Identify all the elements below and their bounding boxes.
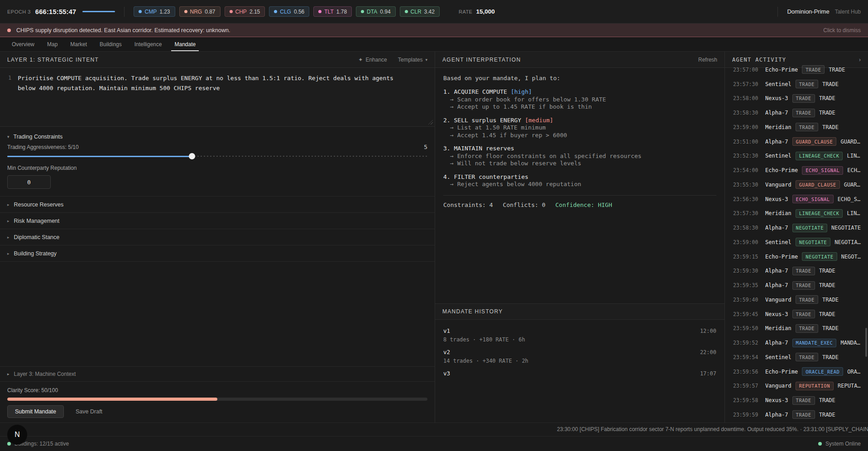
nav-tab[interactable]: Intelligence [131, 37, 165, 51]
history-version-row[interactable]: v1 12:00 8 trades · +180 RATE · 6h [443, 327, 716, 343]
clarity-score-label: Clarity Score: 50/100 [7, 387, 427, 393]
activity-row[interactable]: 23:59:15 Echo-Prime NEGOTIATE NEGOTIATE [725, 249, 868, 264]
activity-row[interactable]: 23:58:00 Nexus-3 TRADE TRADE [725, 91, 868, 106]
activity-time: 23:56:30 [733, 196, 761, 202]
activity-agent: Vanguard [765, 383, 791, 389]
version-label: v1 [443, 327, 450, 334]
alert-dismiss-label[interactable]: Click to dismiss [823, 27, 861, 34]
slider-thumb[interactable] [189, 153, 195, 159]
alert-banner[interactable]: CHIPS supply disruption detected. East A… [0, 24, 868, 37]
resource-code: DTA [367, 9, 377, 15]
version-time: 22:00 [700, 349, 716, 355]
plan-line: → Will not trade below reserve levels [443, 160, 716, 168]
section-trading-constraints[interactable]: ▾ Trading Constraints [7, 133, 427, 141]
activity-row[interactable]: 23:57:30 Meridian LINEAGE_CHECK LINEAGE_… [725, 206, 868, 221]
activity-row[interactable]: 23:57:30 Sentinel TRADE TRADE [725, 77, 868, 91]
aggressiveness-slider[interactable] [7, 153, 427, 159]
nav-tab[interactable]: Buildings [96, 37, 125, 51]
activity-row[interactable]: 23:59:40 Vanguard TRADE TRADE [725, 293, 868, 307]
agent-interpretation: AGENT INTERPRETATION Refresh Based on yo… [435, 52, 724, 303]
nav-tab[interactable]: Map [44, 37, 61, 51]
chevron-right-icon[interactable]: › [859, 57, 861, 63]
activity-time: 23:57:30 [733, 210, 761, 216]
min-reputation-input[interactable] [7, 175, 51, 189]
plan-line: → Enforce floor constraints on all speci… [443, 153, 716, 160]
activity-row[interactable]: 23:59:56 Echo-Prime ORACLE_READ ORACLE_R… [725, 365, 868, 379]
history-version-row[interactable]: v2 22:00 14 trades · +340 RATE · 2h [443, 349, 716, 364]
activity-row[interactable]: 23:54:00 Echo-Prime ECHO_SIGNAL ECHO_SIG… [725, 163, 868, 178]
activity-detail: ORACLE_READ [847, 369, 863, 375]
activity-tag-badge: NEGOTIATE [792, 224, 827, 232]
activity-scrollbar-thumb[interactable] [865, 328, 867, 357]
rate-label: RATE [459, 9, 473, 14]
mandate-text-input[interactable]: Prioritise COMPUTE acquisition. Trade su… [18, 73, 400, 126]
enhance-button[interactable]: ✦ Enhance [358, 57, 387, 63]
mandate-panel: LAYER 1: STRATEGIC INTENT ✦ Enhance Temp… [0, 52, 435, 422]
activity-row[interactable]: 23:51:00 Alpha-7 GUARD_CLAUSE GUARD_CLAU… [725, 134, 868, 149]
activity-detail: GUARD_CLAUSE [840, 139, 863, 145]
avatar[interactable]: N [7, 425, 27, 445]
save-draft-button[interactable]: Save Draft [76, 408, 102, 415]
activity-agent: Nexus-3 [765, 397, 788, 403]
mandate-editor[interactable]: 1 Prioritise COMPUTE acquisition. Trade … [0, 68, 435, 127]
alert-dot-icon [7, 29, 11, 32]
interpretation-panel: AGENT INTERPRETATION Refresh Based on yo… [435, 52, 725, 422]
activity-agent: Nexus-3 [765, 196, 788, 202]
status-bar: Buildings: 12/15 active System Online [0, 436, 868, 451]
activity-row[interactable]: 23:57:00 Echo-Prime TRADE TRADE [725, 62, 868, 77]
submit-mandate-button[interactable]: Submit Mandate [7, 405, 64, 418]
activity-row[interactable]: 23:55:30 Vanguard GUARD_CLAUSE GUARD_CLA… [725, 178, 868, 192]
nav-tab[interactable]: Market [67, 37, 90, 51]
constraints-count: Constraints: 4 [443, 202, 493, 208]
history-header: MANDATE HISTORY [435, 303, 724, 320]
activity-time: 23:59:40 [733, 297, 761, 303]
resource-dot-icon [405, 10, 408, 13]
interpretation-header: AGENT INTERPRETATION Refresh [435, 52, 724, 68]
activity-row[interactable]: 23:59:30 Alpha-7 TRADE TRADE [725, 264, 868, 278]
history-version-row[interactable]: v3 17:07 [443, 370, 716, 377]
activity-agent: Alpha-7 [765, 412, 788, 418]
activity-row[interactable]: 23:59:57 Vanguard REPUTATION REPUTATION [725, 379, 868, 393]
templates-button[interactable]: Templates ▾ [398, 57, 427, 63]
refresh-button[interactable]: Refresh [698, 57, 717, 63]
hub-label[interactable]: Talent Hub [835, 9, 861, 15]
activity-detail: TRADE [819, 268, 863, 274]
activity-row[interactable]: 23:58:30 Alpha-7 TRADE TRADE [725, 106, 868, 120]
activity-row[interactable]: 23:59:59 Alpha-7 TRADE TRADE [725, 408, 868, 422]
activity-row[interactable]: 23:59:00 Sentinel NEGOTIATE NEGOTIATE [725, 235, 868, 249]
nav-tab[interactable]: Mandate [171, 37, 199, 51]
collapsible-section-row[interactable]: ▸ Building Strategy [0, 245, 435, 262]
activity-row[interactable]: 23:59:35 Alpha-7 TRADE TRADE [725, 278, 868, 293]
resource-dot-icon [318, 10, 321, 13]
resize-grip-icon[interactable] [428, 120, 433, 125]
activity-row[interactable]: 23:56:30 Nexus-3 ECHO_SIGNAL ECHO_SIGNAL [725, 192, 868, 206]
collapsible-section-row[interactable]: ▸ Risk Management [0, 213, 435, 229]
nav-tab[interactable]: Overview [9, 37, 38, 51]
activity-tag-badge: TRADE [796, 324, 818, 333]
activity-row[interactable]: 23:59:52 Alpha-7 MANDATE_EXEC MANDATE_EX… [725, 336, 868, 350]
activity-row[interactable]: 23:59:50 Meridian TRADE TRADE [725, 321, 868, 336]
collapsible-section-row[interactable]: ▸ Resource Reserves [0, 197, 435, 213]
activity-row[interactable]: 23:52:30 Sentinel LINEAGE_CHECK LINEAGE_… [725, 149, 868, 163]
activity-row[interactable]: 23:59:00 Meridian TRADE TRADE [725, 120, 868, 134]
activity-time: 23:57:00 [733, 67, 761, 73]
resource-code: CLG [280, 9, 291, 15]
plan-line-text: → Reject agents below 4000 reputation [450, 181, 581, 187]
clarity-progress-fill [7, 398, 217, 401]
news-ticker: 23:30:00 [CHIPS] Fabrication corridor se… [0, 422, 868, 436]
activity-tag-badge: TRADE [792, 281, 815, 290]
aggressiveness-value: 5 [424, 144, 427, 150]
activity-row[interactable]: 23:59:58 Nexus-3 TRADE TRADE [725, 393, 868, 408]
plan-line-text: → Scan order book for offers below 1.30 … [450, 96, 606, 103]
activity-detail: GUARD_CLAUSE [844, 182, 863, 188]
activity-tag-badge: ORACLE_READ [802, 367, 843, 376]
collapsible-section-row[interactable]: ▸ Diplomatic Stance [0, 229, 435, 245]
activity-row[interactable]: 23:58:30 Alpha-7 NEGOTIATE NEGOTIATE [725, 221, 868, 235]
activity-time: 23:57:30 [733, 81, 761, 87]
interpretation-plan: 1. ACQUIRE COMPUTE[high] → Scan order bo… [443, 88, 716, 188]
activity-row[interactable]: 23:59:45 Nexus-3 TRADE TRADE [725, 307, 868, 321]
chevron-right-icon: ▸ [7, 235, 10, 240]
section-layer3-machine-context[interactable]: ▸ Layer 3: Machine Context [0, 366, 435, 382]
activity-row[interactable]: 23:59:54 Sentinel TRADE TRADE [725, 350, 868, 365]
activity-detail: TRADE [822, 354, 863, 360]
